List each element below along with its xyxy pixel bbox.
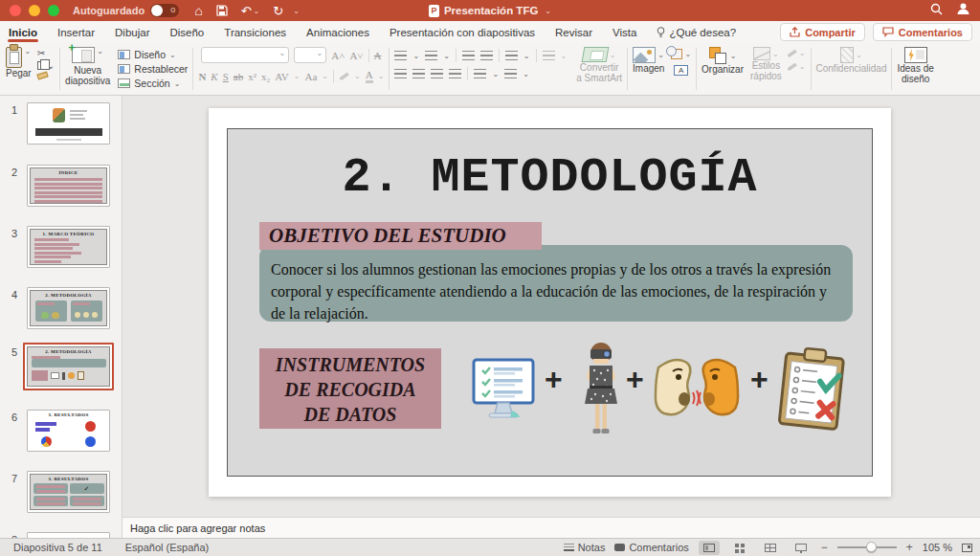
undo-icon[interactable]: ↶	[241, 5, 252, 17]
italic-button[interactable]: K	[211, 71, 217, 82]
text-direction-icon[interactable]	[474, 69, 486, 79]
font-name-select[interactable]	[201, 47, 289, 63]
align-left-icon[interactable]	[394, 69, 407, 79]
clear-format-icon[interactable]: A	[374, 50, 382, 61]
paste-button[interactable]: ⌄ Pegar	[6, 47, 32, 78]
font-color-icon[interactable]: A	[366, 69, 373, 83]
tab-revisar[interactable]: Revisar	[554, 24, 593, 41]
normal-view-button[interactable]	[699, 541, 720, 555]
title-dropdown-icon[interactable]: ⌄	[545, 7, 551, 15]
slide-thumbnail-1[interactable]	[27, 102, 110, 145]
notes-panel[interactable]: Haga clic para agregar notas	[122, 517, 980, 538]
subscript-button[interactable]: x₂	[261, 71, 270, 82]
shapes-icon[interactable]	[671, 49, 682, 59]
columns-icon[interactable]	[543, 51, 555, 61]
shape-outline-icon[interactable]	[787, 62, 797, 72]
slide-thumbnail-6[interactable]: 3. RESULTADOS	[27, 410, 110, 452]
numbering-icon[interactable]	[425, 51, 437, 61]
design-ideas-button[interactable]: Ideas dediseño	[897, 47, 933, 84]
fit-slide-button[interactable]	[962, 544, 972, 552]
decrease-indent-icon[interactable]	[462, 51, 475, 61]
toolbar-options-icon[interactable]: ⌄	[293, 7, 300, 15]
grow-font-icon[interactable]: A˄	[331, 50, 345, 61]
confidentiality-button[interactable]: ⌄ Confidencialidad	[816, 47, 887, 74]
increase-indent-icon[interactable]	[480, 51, 493, 61]
objective-body-text: Conocer si los alumnos gestionan las emo…	[271, 258, 841, 324]
highlight-color-icon[interactable]	[339, 72, 349, 81]
zoom-slider[interactable]	[837, 546, 897, 548]
bold-button[interactable]: N	[198, 71, 206, 82]
minimize-window-button[interactable]	[29, 5, 40, 16]
slide-thumbnail-7[interactable]: 3. RESULTADOS ✓	[27, 471, 110, 513]
change-case-button[interactable]: Aa	[305, 71, 318, 82]
underline-button[interactable]: S	[223, 71, 229, 82]
instruments-box[interactable]: INSTRUMENTOS DE RECOGIDA DE DATOS	[259, 348, 441, 429]
tab-inicio[interactable]: Inicio	[8, 24, 38, 41]
tab-diseno[interactable]: Diseño	[168, 24, 205, 41]
line-spacing-icon[interactable]	[505, 51, 518, 61]
zoom-in-button[interactable]: +	[906, 541, 913, 554]
tab-transiciones[interactable]: Transiciones	[223, 24, 287, 41]
slide-sorter-view-button[interactable]	[729, 541, 750, 555]
save-icon[interactable]	[216, 5, 228, 16]
char-spacing-button[interactable]: AV	[275, 71, 288, 82]
objective-box[interactable]: Conocer si los alumnos gestionan las emo…	[259, 245, 853, 322]
align-text-icon[interactable]	[504, 69, 517, 79]
undo-dropdown-icon[interactable]: ⌄	[254, 7, 260, 15]
tab-dibujar[interactable]: Dibujar	[114, 24, 150, 41]
zoom-slider-knob[interactable]	[866, 542, 877, 552]
format-painter-icon[interactable]	[36, 71, 48, 79]
tab-que-desea[interactable]: ¿Qué desea?	[656, 24, 737, 41]
tab-animaciones[interactable]: Animaciones	[305, 24, 370, 41]
autosave-toggle[interactable]: o	[150, 4, 179, 17]
new-slide-button[interactable]: ⌄ Nuevadiapositiva	[65, 47, 110, 86]
shrink-font-icon[interactable]: A˅	[349, 50, 363, 61]
slide-thumbnail-2[interactable]: ÍNDICE	[27, 165, 110, 207]
shape-fill-icon[interactable]	[787, 49, 797, 58]
paste-dropdown-icon[interactable]: ⌄	[24, 47, 31, 56]
strikethrough-button[interactable]: ab	[234, 71, 243, 82]
new-slide-dropdown-icon[interactable]: ⌄	[97, 47, 103, 56]
zoom-window-button[interactable]	[48, 5, 59, 16]
arrange-button[interactable]: ⌄ Organizar	[702, 47, 744, 75]
user-account-icon[interactable]	[956, 2, 970, 19]
reset-button[interactable]: Restablecer	[118, 63, 188, 75]
quick-styles-button[interactable]: ⌄ Estilosrápidos	[750, 47, 782, 81]
share-button[interactable]: Compartir	[780, 23, 865, 41]
slide-thumbnail-3[interactable]: 1. MARCO TEÓRICO	[27, 226, 110, 268]
comments-toggle-button[interactable]: Comentarios	[614, 542, 688, 553]
home-icon[interactable]: ⌂	[194, 4, 202, 17]
image-button[interactable]: ⌄ Imagen	[633, 47, 664, 74]
tab-vista[interactable]: Vista	[612, 24, 637, 41]
notes-toggle-button[interactable]: Notas	[564, 542, 606, 553]
bullets-icon[interactable]	[394, 51, 407, 61]
search-icon[interactable]	[930, 2, 943, 19]
slide-title[interactable]: 2. METODOLOGÍA	[228, 150, 872, 205]
language-status[interactable]: Español (España)	[125, 542, 209, 553]
textbox-icon[interactable]: A	[674, 65, 688, 76]
tab-insertar[interactable]: Insertar	[56, 24, 96, 41]
document-title[interactable]: Presentación TFG	[444, 5, 538, 16]
justify-icon[interactable]	[449, 69, 461, 79]
align-center-icon[interactable]	[412, 69, 425, 79]
cut-icon[interactable]: ✂	[37, 48, 55, 58]
close-window-button[interactable]	[10, 5, 21, 16]
reading-view-button[interactable]	[760, 541, 781, 555]
objective-header[interactable]: OBJETIVO DEL ESTUDIO	[259, 222, 542, 250]
slide-editor[interactable]: 2. METODOLOGÍA OBJETIVO DEL ESTUDIO Cono…	[209, 108, 891, 497]
copy-icon[interactable]	[37, 61, 45, 70]
slide-thumbnail-4[interactable]: 2. METODOLOGÍA	[27, 287, 110, 329]
comments-button[interactable]: Comentarios	[873, 23, 972, 41]
zoom-level[interactable]: 105 %	[923, 542, 952, 553]
layout-button[interactable]: Diseño⌄	[118, 49, 188, 60]
section-button[interactable]: Sección⌄	[118, 78, 188, 89]
align-right-icon[interactable]	[431, 69, 443, 79]
redo-icon[interactable]: ↻	[273, 5, 283, 17]
slideshow-button[interactable]	[791, 541, 812, 555]
tab-presentacion[interactable]: Presentación con diapositivas	[389, 24, 536, 41]
superscript-button[interactable]: x²	[248, 71, 256, 82]
zoom-out-button[interactable]: −	[821, 541, 828, 554]
convert-smartart-button[interactable]: ⌄ Convertira SmartArt	[576, 47, 622, 83]
font-size-select[interactable]	[294, 47, 326, 63]
slide-thumbnail-5-selected[interactable]: 2. METODOLOGÍA	[23, 343, 114, 390]
